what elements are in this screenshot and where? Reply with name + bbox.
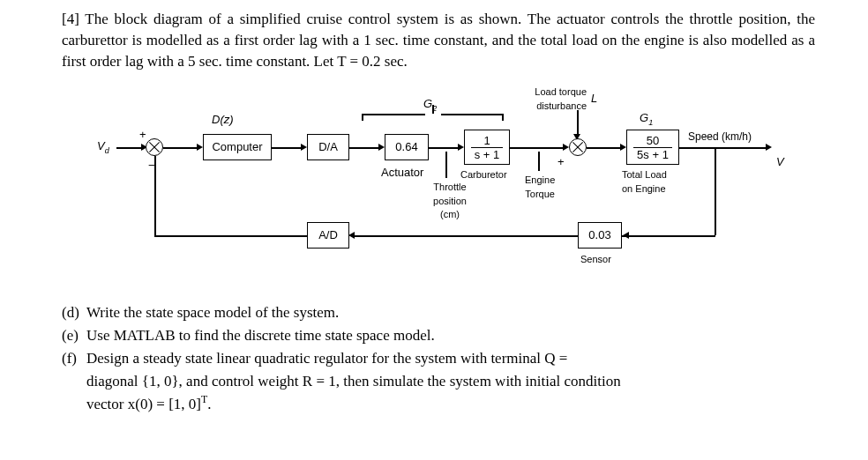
actuator-block: 0.64	[385, 134, 429, 160]
q-d-body: Write the state space model of the syste…	[86, 302, 815, 323]
q-f-line2: diagonal {1, 0}, and control weight R = …	[62, 371, 815, 392]
q-f-tag: (f)	[62, 348, 86, 369]
throttle-label: Throttle position (cm)	[423, 181, 476, 221]
input-vd: Vd	[97, 138, 109, 156]
da-block: D/A	[307, 134, 349, 160]
sj1-plus: +	[139, 127, 146, 143]
sensor-block: 0.03	[578, 222, 622, 249]
total-load-label: Total Load on Engine	[622, 168, 667, 196]
question-f: (f) Design a steady state linear quadrat…	[62, 348, 815, 369]
summing-junction-2	[569, 138, 587, 156]
problem-intro: [4] The block diagram of a simplified cr…	[62, 9, 815, 71]
computer-block: Computer	[203, 134, 272, 160]
engine-torque-label: Engine Torque	[525, 174, 555, 201]
dz-label: D(z)	[212, 112, 234, 128]
carburetor-block: 1 s + 1	[464, 130, 510, 165]
question-list: (d) Write the state space model of the s…	[62, 302, 815, 414]
actuator-label: Actuator	[381, 165, 423, 181]
output-v: V	[776, 154, 784, 170]
g2-label: G2	[423, 96, 437, 114]
question-e: (e) Use MATLAB to find the discrete time…	[62, 325, 815, 346]
problem-number: [4]	[62, 11, 79, 27]
question-d: (d) Write the state space model of the s…	[62, 302, 815, 323]
q-d-tag: (d)	[62, 302, 86, 323]
q-f-line3: vector x(0) = [1, 0]T.	[62, 392, 815, 414]
summing-junction-1	[146, 138, 163, 156]
disturbance-symbol: L	[591, 91, 597, 107]
ad-block: A/D	[307, 222, 349, 249]
intro-text: The block diagram of a simplified cruise…	[62, 11, 815, 70]
q-e-body: Use MATLAB to find the discrete time sta…	[86, 325, 815, 346]
sensor-label: Sensor	[580, 253, 611, 266]
disturbance-label: Load torque disturbance	[520, 85, 587, 113]
q-f-line1: Design a steady state linear quadratic r…	[86, 348, 815, 369]
speed-label: Speed (km/h)	[688, 130, 752, 145]
q-e-tag: (e)	[62, 325, 86, 346]
g1-label: G1	[640, 110, 653, 128]
total-load-block: 50 5s + 1	[626, 130, 679, 165]
block-diagram: Vd + − D(z) Computer D/A G2 0.64 Actuato…	[97, 85, 820, 288]
sj2-plus: +	[557, 154, 565, 170]
carburetor-label: Carburetor	[460, 168, 507, 182]
